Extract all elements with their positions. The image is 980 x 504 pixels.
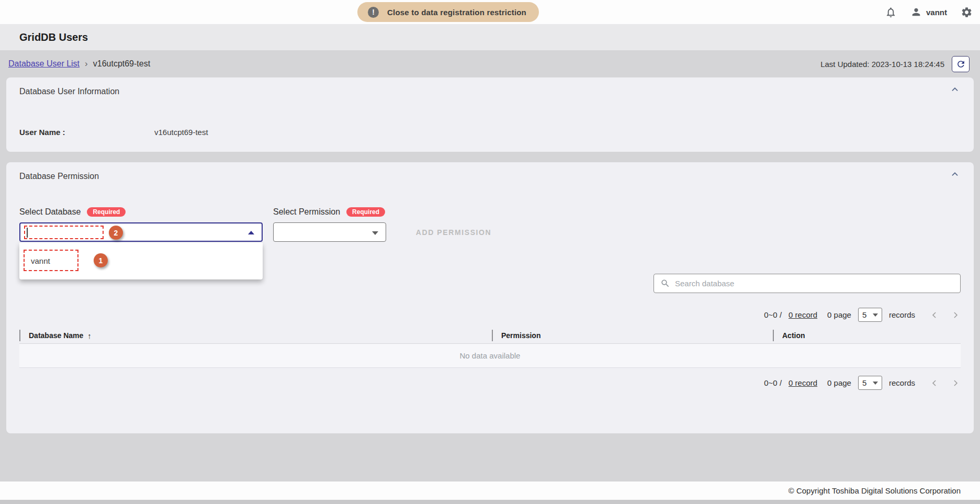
records-label: records <box>889 310 915 319</box>
breadcrumb-separator-icon: › <box>85 59 88 69</box>
bottom-strip <box>0 500 980 504</box>
data-restriction-warning-banner: ! Close to data registration restriction <box>357 2 539 22</box>
user-name-value: v16utcpt69-test <box>154 128 208 137</box>
breadcrumb-current: v16utcpt69-test <box>93 59 150 69</box>
collapse-chevron-up-icon[interactable] <box>949 84 961 97</box>
database-permission-panel: Database Permission Select Database Requ… <box>6 162 974 433</box>
select-arrow-icon <box>873 313 878 317</box>
page-title: GridDB Users <box>19 31 88 43</box>
record-count-link[interactable]: 0 record <box>788 310 817 319</box>
per-page-select[interactable]: 5 <box>858 308 882 322</box>
column-label: Permission <box>501 331 540 340</box>
warning-banner-text: Close to data registration restriction <box>387 8 526 17</box>
user-name-row: User Name : v16utcpt69-test <box>19 128 208 137</box>
refresh-button[interactable] <box>952 56 970 72</box>
annotation-step-badge-1: 1 <box>94 253 108 267</box>
next-page-icon[interactable] <box>950 310 961 320</box>
record-range: 0~0 / <box>764 310 782 319</box>
dropdown-open-arrow-icon <box>248 231 254 234</box>
select-arrow-icon <box>873 382 878 385</box>
column-label: Action <box>782 331 805 340</box>
permission-panel-title: Database Permission <box>19 172 99 181</box>
per-page-value: 5 <box>862 310 866 319</box>
settings-gear-icon[interactable] <box>961 6 973 18</box>
copyright-text: © Copyright Toshiba Digital Solutions Co… <box>788 486 961 495</box>
column-header-permission[interactable]: Permission <box>492 330 773 341</box>
column-header-database-name[interactable]: Database Name ↑ <box>19 330 492 341</box>
exclamation-icon: ! <box>368 7 379 18</box>
notifications-bell-icon[interactable] <box>885 6 897 18</box>
record-range: 0~0 / <box>764 378 782 387</box>
breadcrumb-row: Database User List › v16utcpt69-test Las… <box>0 50 980 77</box>
user-info-panel-title: Database User Information <box>19 87 119 96</box>
database-search-box[interactable] <box>654 274 961 293</box>
collapse-chevron-up-icon[interactable] <box>949 169 961 182</box>
footer: © Copyright Toshiba Digital Solutions Co… <box>0 481 980 500</box>
select-database-combobox[interactable]: 2 <box>19 222 263 242</box>
person-icon <box>910 6 922 18</box>
breadcrumb-link-database-user-list[interactable]: Database User List <box>8 59 80 69</box>
column-header-action[interactable]: Action <box>773 330 961 341</box>
annotation-step-badge-2: 2 <box>109 226 123 240</box>
add-permission-button[interactable]: ADD PERMISSION <box>404 222 503 242</box>
records-label: records <box>889 378 915 387</box>
pagination-top: 0~0 / 0 record 0 page 5 records <box>764 308 961 322</box>
dropdown-closed-arrow-icon <box>372 231 378 235</box>
record-count-link[interactable]: 0 record <box>788 378 817 387</box>
select-permission-label-row: Select Permission Required <box>273 207 385 217</box>
user-name-label: User Name : <box>19 128 154 137</box>
select-database-label-row: Select Database Required <box>19 207 126 217</box>
column-divider <box>773 330 774 341</box>
last-updated-text: Last Updated: 2023-10-13 18:24:45 <box>820 60 944 69</box>
column-label: Database Name <box>29 331 83 340</box>
select-database-label: Select Database <box>19 207 81 217</box>
page-count: 0 page <box>827 310 851 319</box>
text-caret <box>27 228 28 238</box>
per-page-value: 5 <box>862 378 866 387</box>
annotation-dashed-box-field <box>24 226 104 239</box>
no-data-text: No data available <box>460 351 521 360</box>
select-permission-label: Select Permission <box>273 207 340 217</box>
search-database-input[interactable] <box>675 279 954 288</box>
permission-table-header: Database Name ↑ Permission Action <box>19 328 961 344</box>
dropdown-option-vannt[interactable]: vannt <box>31 256 50 265</box>
current-user-name: vannt <box>926 8 947 17</box>
search-icon <box>660 278 670 288</box>
table-empty-row: No data available <box>19 344 961 368</box>
page-count: 0 page <box>827 378 851 387</box>
pagination-bottom: 0~0 / 0 record 0 page 5 records <box>764 376 961 390</box>
page-title-bar: GridDB Users <box>0 24 980 50</box>
required-badge: Required <box>87 207 126 217</box>
column-divider <box>492 330 493 341</box>
user-menu[interactable]: vannt <box>910 6 947 18</box>
required-badge: Required <box>346 207 385 217</box>
select-permission-combobox[interactable] <box>273 222 386 242</box>
previous-page-icon[interactable] <box>929 378 940 388</box>
column-divider <box>19 330 20 341</box>
sort-ascending-icon: ↑ <box>87 331 92 340</box>
select-database-dropdown-menu: vannt 1 <box>19 243 263 279</box>
database-user-information-panel: Database User Information User Name : v1… <box>6 77 974 152</box>
next-page-icon[interactable] <box>950 378 961 388</box>
previous-page-icon[interactable] <box>929 310 940 320</box>
breadcrumb: Database User List › v16utcpt69-test <box>8 59 150 69</box>
refresh-icon <box>956 59 966 69</box>
top-app-bar: ! Close to data registration restriction… <box>0 0 980 24</box>
per-page-select[interactable]: 5 <box>858 376 882 390</box>
